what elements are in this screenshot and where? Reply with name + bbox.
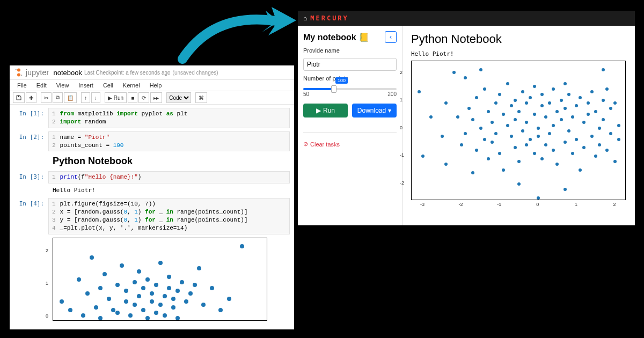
scatter-point [218,308,223,312]
menu-view[interactable]: View [56,82,69,89]
ytick: -1 [400,152,404,158]
menu-help[interactable]: Help [150,82,162,89]
scatter-point [150,299,154,304]
scatter-point [154,311,158,315]
scatter-point [145,277,150,282]
code-1[interactable]: 1from matplotlib import pyplot as plt 2i… [48,108,290,128]
scatter-point [602,99,605,102]
move-up-icon[interactable]: ↑ [81,92,90,103]
mercury-plot: 2 1 0 -1 -2 -3 -2 -1 0 1 2 [411,61,626,200]
points-slider[interactable]: 100 50 200 [303,86,397,97]
scatter-point [514,118,517,121]
scatter-point [617,124,620,127]
scatter-point [521,129,524,133]
paste-icon[interactable]: 📋 [64,92,77,103]
scatter-point [552,124,555,127]
clear-tasks-link[interactable]: ⊘ Clear tasks [303,141,397,148]
menu-kernel[interactable]: Kernel [123,82,140,89]
scatter-point [498,152,501,155]
scatter-point [564,82,567,85]
markdown-cell[interactable]: Python Notebook [53,156,290,167]
scatter-point [533,152,536,155]
xtick: 0 [536,202,539,207]
move-down-icon[interactable]: ↓ [91,92,100,103]
code-cell-4[interactable]: In [4]: 1plt.figure(figsize=(10, 7)) 2x … [14,198,290,234]
run-button[interactable]: ▶ Run [105,92,127,103]
restart-icon[interactable]: ⟳ [138,92,149,103]
cut-icon[interactable]: ✂ [41,92,52,103]
points-label: Number of points [303,75,397,82]
prompt-4: In [4]: [14,198,48,234]
scatter-point [111,308,115,312]
scatter-point [429,115,433,119]
scatter-point [227,297,231,301]
scatter-point [103,272,107,276]
code-4[interactable]: 1plt.figure(figsize=(10, 7)) 2x = [rando… [48,198,290,234]
jupyter-window: jupyter notebook Last Checkpoint: a few … [10,65,294,329]
scatter-point [602,68,605,71]
scatter-point [540,93,544,96]
ytick: 1 [400,97,402,102]
scatter-point [594,110,597,113]
collapse-sidebar-button[interactable]: ‹ [385,31,397,43]
scatter-point [124,299,128,304]
scatter-point [421,155,425,158]
scatter-point [571,115,574,119]
run-button[interactable]: ▶Run [303,104,348,117]
menu-file[interactable]: File [17,82,27,89]
menu-insert[interactable]: Insert [78,82,93,89]
svg-rect-5 [18,95,19,97]
code-3[interactable]: 1print(f"Hello {name}!") [48,171,290,183]
scatter-point [564,107,567,110]
content-heading: Python Notebook [411,32,626,46]
scatter-point [494,101,497,105]
scatter-point [456,115,459,119]
menu-edit[interactable]: Edit [36,82,47,89]
scatter-point [510,104,513,107]
mercury-topbar: ⌂ MERCURY [298,11,635,26]
scatter-point [444,101,448,105]
scatter-point [115,311,120,315]
scatter-point [107,297,111,301]
scatter-point [171,305,175,310]
scatter-point [537,135,540,138]
add-cell-icon[interactable]: ✚ [26,92,36,103]
scatter-point [506,82,509,85]
name-input[interactable] [303,58,397,71]
interrupt-icon[interactable]: ■ [128,92,137,103]
code-cell-2[interactable]: In [2]: 1name = "Piotr" 2points_count = … [14,131,290,152]
slider-min: 50 [303,91,309,97]
scatter-point [193,283,197,287]
code-2[interactable]: 1name = "Piotr" 2points_count = 100 [48,131,290,152]
cell-type-select[interactable]: Code [166,92,191,103]
caret-down-icon: ▾ [388,107,391,114]
scatter-point [175,289,180,293]
notebook-title[interactable]: notebook [53,69,82,77]
home-icon[interactable]: ⌂ [303,14,307,22]
restart-run-icon[interactable]: ▸▸ [150,92,162,103]
scatter-point [133,303,137,307]
command-palette-icon[interactable]: ⌘ [195,92,207,103]
slider-thumb[interactable] [331,85,336,93]
scatter-point [544,143,547,146]
scatter-point [77,277,81,282]
save-icon[interactable] [13,92,25,103]
scatter-point [540,157,544,160]
name-label: Provide name [303,47,397,54]
download-button[interactable]: Download▾ [352,104,397,117]
code-cell-1[interactable]: In [1]: 1from matplotlib import pyplot a… [14,108,290,128]
clear-icon: ⊘ [303,141,308,148]
scatter-point [137,294,141,298]
scatter-point [582,146,586,149]
scatter-point [452,71,456,74]
scatter-point [418,90,421,93]
menu-cell[interactable]: Cell [103,82,113,89]
copy-icon[interactable]: ⧉ [53,92,63,103]
scatter-point [598,143,601,146]
scatter-point [171,297,175,301]
scatter-point [598,127,601,130]
jupyter-brand-text: jupyter [26,68,49,77]
checkpoint-text: Last Checkpoint: a few seconds ago [84,70,171,76]
jp-ytick: 1 [46,281,48,286]
code-cell-3[interactable]: In [3]: 1print(f"Hello {name}!") [14,171,290,183]
